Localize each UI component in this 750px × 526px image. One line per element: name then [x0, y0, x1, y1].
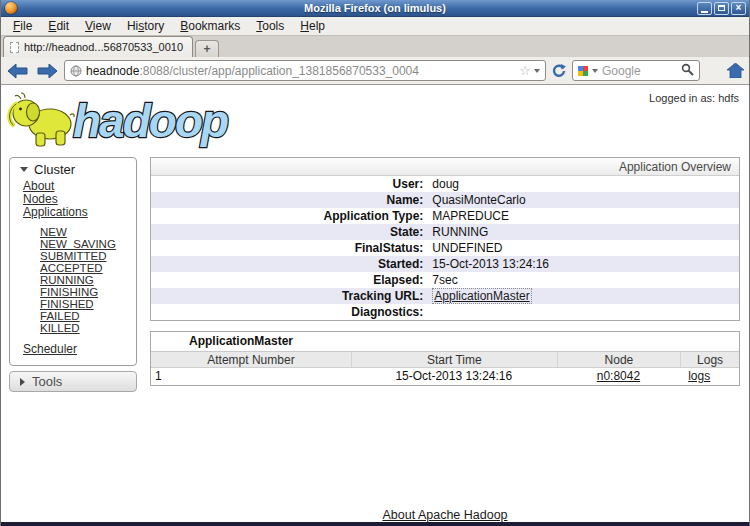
col-attempt-number: Attempt Number: [151, 352, 351, 367]
overview-panel-body: User:doug Name:QuasiMonteCarlo Applicati…: [151, 176, 739, 320]
magnifier-icon: [681, 63, 694, 76]
new-tab-button[interactable]: +: [195, 40, 219, 57]
globe-icon: [70, 65, 82, 77]
cluster-section-toggle[interactable]: Cluster: [10, 158, 136, 180]
search-engine-dropdown-icon[interactable]: [592, 69, 598, 73]
attempt-start-time-cell: 15-Oct-2013 13:24:16: [351, 368, 557, 385]
logged-in-status: Logged in as: hdfs: [649, 92, 739, 104]
cluster-nav-box: Cluster About Nodes Applications NEW NEW…: [9, 157, 137, 366]
page-content: hadoop Logged in as: hdfs Cluster About …: [1, 85, 749, 522]
search-box[interactable]: Google: [572, 60, 700, 81]
attempt-logs-cell: logs: [680, 368, 739, 385]
chevron-down-icon: [20, 167, 28, 172]
node-link[interactable]: n0:8042: [597, 369, 640, 383]
logs-link[interactable]: logs: [688, 369, 710, 383]
hadoop-logo: hadoop: [7, 87, 239, 155]
application-master-link[interactable]: ApplicationMaster: [432, 288, 531, 304]
url-text: headnode:8088/cluster/app/application_13…: [86, 64, 419, 78]
minimize-icon: [701, 11, 708, 13]
sidebar-item-failed[interactable]: FAILED: [40, 310, 136, 322]
overview-row-diagnostics: Diagnostics:: [151, 304, 739, 320]
sidebar-item-submitted[interactable]: SUBMITTED: [40, 250, 136, 262]
col-node: Node: [557, 352, 680, 367]
menu-file[interactable]: File: [5, 18, 40, 34]
sidebar-item-killed[interactable]: KILLED: [40, 322, 136, 334]
maximize-button[interactable]: [714, 2, 729, 15]
window-controls: ×: [697, 2, 749, 15]
sidebar-item-finished[interactable]: FINISHED: [40, 298, 136, 310]
menu-history[interactable]: History: [119, 18, 172, 34]
menu-bookmarks[interactable]: Bookmarks: [172, 18, 248, 34]
url-dropdown-icon[interactable]: [534, 69, 540, 73]
overview-row-state: State:RUNNING: [151, 224, 739, 240]
maximize-icon: [718, 5, 725, 11]
hadoop-logo-text: hadoop: [73, 95, 228, 147]
sidebar-item-applications[interactable]: Applications: [23, 206, 136, 219]
cluster-section-label: Cluster: [34, 162, 75, 177]
url-bar[interactable]: headnode:8088/cluster/app/application_13…: [64, 60, 546, 81]
overview-panel-title: Application Overview: [151, 158, 739, 176]
overview-row-finalstatus: FinalStatus:UNDEFINED: [151, 240, 739, 256]
active-tab[interactable]: http://headnod...56870533_0010: [3, 36, 193, 57]
tools-section-toggle[interactable]: Tools: [9, 371, 137, 392]
page-header: hadoop Logged in as: hdfs: [1, 85, 749, 157]
about-apache-hadoop-link[interactable]: About Apache Hadoop: [382, 508, 507, 522]
chevron-right-icon: [20, 378, 25, 386]
sidebar-item-accepted[interactable]: ACCEPTED: [40, 262, 136, 274]
back-arrow-icon: [7, 63, 29, 79]
window-bottom-frame: [1, 522, 749, 526]
page-body: Cluster About Nodes Applications NEW NEW…: [1, 157, 749, 522]
navigation-toolbar: headnode:8088/cluster/app/application_13…: [1, 57, 749, 85]
col-logs: Logs: [680, 352, 739, 367]
search-placeholder: Google: [602, 64, 641, 78]
firefox-window: Mozilla Firefox (on limulus) × FileEditV…: [0, 0, 750, 526]
close-icon: ×: [736, 3, 742, 13]
attempts-table-title: ApplicationMaster: [151, 332, 739, 351]
attempt-number-cell: 1: [151, 368, 351, 385]
home-icon: [727, 63, 744, 78]
overview-row-application-type: Application Type:MAPREDUCE: [151, 208, 739, 224]
attempt-table-row: 1 15-Oct-2013 13:24:16 n0:8042 logs: [151, 368, 739, 385]
menu-tools[interactable]: Tools: [248, 18, 292, 34]
application-master-panel: ApplicationMaster Attempt Number Start T…: [150, 331, 740, 386]
menu-help[interactable]: Help: [292, 18, 333, 34]
forward-arrow-icon: [36, 63, 58, 79]
close-button[interactable]: ×: [731, 2, 746, 15]
sidebar-item-new-saving[interactable]: NEW_SAVING: [40, 238, 136, 250]
url-host: headnode: [86, 64, 139, 78]
sidebar-item-new[interactable]: NEW: [40, 226, 136, 238]
overview-row-tracking-url: Tracking URL:ApplicationMaster: [151, 288, 739, 304]
sidebar: Cluster About Nodes Applications NEW NEW…: [9, 157, 137, 392]
reload-button[interactable]: [551, 63, 567, 79]
application-overview-panel: Application Overview User:doug Name:Quas…: [150, 157, 740, 321]
menubar: FileEditViewHistoryBookmarksToolsHelp: [1, 17, 749, 35]
overview-row-name: Name:QuasiMonteCarlo: [151, 192, 739, 208]
menu-edit[interactable]: Edit: [40, 18, 77, 34]
sidebar-item-finishing[interactable]: FINISHING: [40, 286, 136, 298]
search-go-button[interactable]: [681, 63, 694, 79]
google-icon: [578, 66, 588, 76]
forward-button[interactable]: [35, 62, 59, 80]
attempts-table-header: Attempt Number Start Time Node Logs: [151, 351, 739, 368]
menu-view[interactable]: View: [77, 18, 119, 34]
overview-row-started: Started:15-Oct-2013 13:24:16: [151, 256, 739, 272]
col-start-time: Start Time: [351, 352, 557, 367]
overview-row-elapsed: Elapsed:7sec: [151, 272, 739, 288]
tab-favicon-placeholder-icon: [10, 42, 19, 53]
bookmark-star-icon[interactable]: ☆: [519, 64, 531, 77]
back-button[interactable]: [6, 62, 30, 80]
main-content: Application Overview User:doug Name:Quas…: [150, 157, 740, 522]
attempt-node-cell: n0:8042: [557, 368, 680, 385]
overview-row-user: User:doug: [151, 176, 739, 192]
sidebar-item-scheduler[interactable]: Scheduler: [23, 343, 136, 356]
plus-icon: +: [203, 42, 210, 56]
sidebar-item-running[interactable]: RUNNING: [40, 274, 136, 286]
titlebar: Mozilla Firefox (on limulus) ×: [1, 0, 749, 17]
hadoop-elephant-icon: hadoop: [7, 87, 239, 151]
reload-icon: [551, 63, 567, 79]
home-button[interactable]: [727, 63, 744, 78]
application-state-links: NEW NEW_SAVING SUBMITTED ACCEPTED RUNNIN…: [10, 226, 136, 334]
cluster-links: About Nodes Applications: [10, 180, 136, 219]
scheduler-link-wrap: Scheduler: [10, 343, 136, 356]
minimize-button[interactable]: [697, 2, 712, 15]
